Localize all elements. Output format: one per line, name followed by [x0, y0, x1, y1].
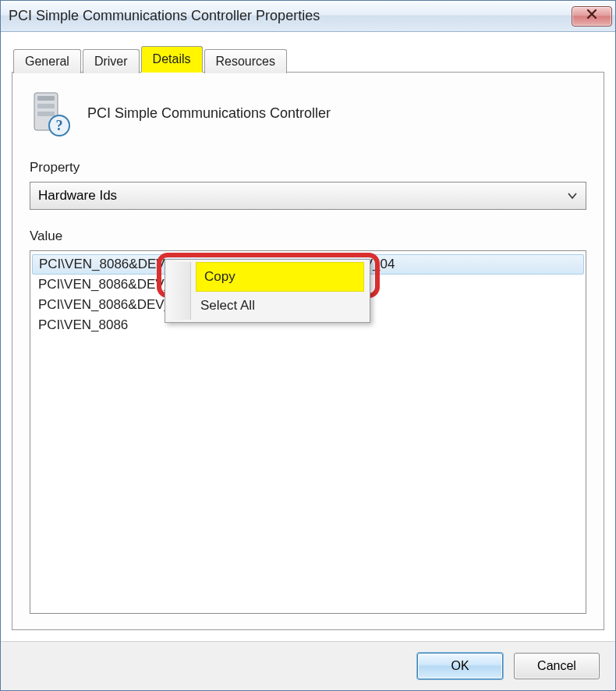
context-menu-copy[interactable]: Copy: [196, 262, 364, 292]
property-dropdown[interactable]: Hardware Ids: [30, 182, 586, 210]
chevron-down-icon: [567, 188, 578, 204]
titlebar[interactable]: PCI Simple Communications Controller Pro…: [1, 1, 615, 32]
context-menu-select-all[interactable]: Select All: [168, 292, 367, 320]
ok-button[interactable]: OK: [417, 653, 503, 679]
tab-driver[interactable]: Driver: [83, 49, 140, 73]
property-label: Property: [30, 160, 586, 175]
device-icon: ?: [30, 90, 72, 136]
value-label: Value: [30, 229, 586, 244]
value-listbox[interactable]: PCI\VEN_8086&DEV_8C3A&SUBSYS_061C1028&RE…: [30, 250, 586, 614]
tab-general[interactable]: General: [13, 49, 81, 73]
tab-resources[interactable]: Resources: [204, 49, 287, 73]
button-bar: OK Cancel: [1, 641, 615, 690]
tab-details[interactable]: Details: [141, 46, 203, 73]
client-area: General Driver Details Resources ? PCI: [1, 32, 615, 641]
svg-rect-2: [37, 104, 55, 108]
svg-text:?: ?: [56, 118, 63, 133]
tab-page-details: ? PCI Simple Communications Controller P…: [12, 72, 604, 630]
context-menu: Copy Select All: [165, 259, 370, 323]
properties-window: PCI Simple Communications Controller Pro…: [0, 0, 616, 691]
device-name: PCI Simple Communications Controller: [87, 105, 331, 122]
svg-rect-3: [37, 112, 55, 116]
tab-strip: General Driver Details Resources: [12, 46, 604, 73]
close-button[interactable]: [572, 6, 612, 27]
window-title: PCI Simple Communications Controller Pro…: [9, 8, 572, 24]
property-selected-value: Hardware Ids: [38, 188, 117, 204]
svg-rect-1: [37, 96, 55, 101]
device-header: ? PCI Simple Communications Controller: [30, 90, 586, 136]
close-icon: [586, 8, 598, 24]
cancel-button[interactable]: Cancel: [514, 653, 600, 679]
